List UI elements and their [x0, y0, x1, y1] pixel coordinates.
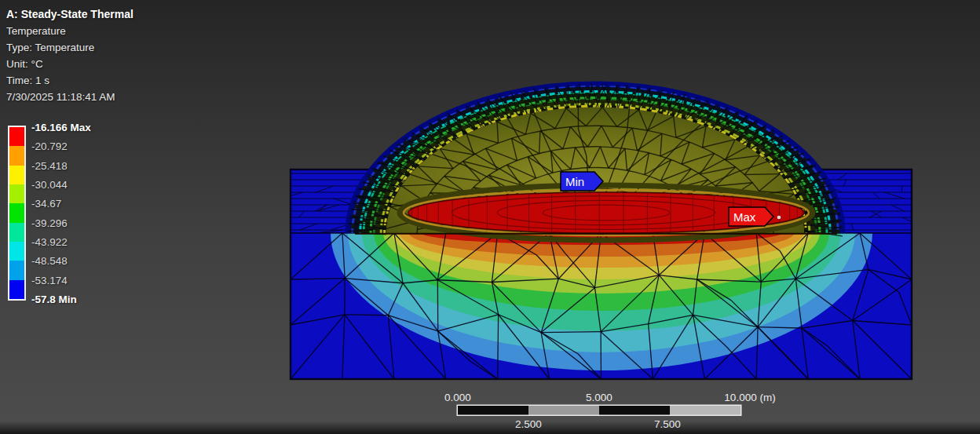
- legend-value-6: -43.922: [31, 236, 68, 248]
- legend-value-4: -34.67: [31, 198, 61, 210]
- legend-value-8: -53.174: [31, 275, 68, 286]
- legend-value-3: -30.044: [31, 179, 68, 191]
- legend-value-1: -20.792: [31, 140, 68, 152]
- legend-color-bar: [8, 126, 26, 301]
- ruler-segment-3: [670, 406, 740, 415]
- legend-band-4: [9, 203, 24, 222]
- legend-value-7: -48.548: [31, 255, 68, 267]
- result-unit: Unit: °C: [6, 56, 133, 72]
- legend-band-5: [9, 223, 24, 242]
- max-point-dot: [777, 216, 781, 220]
- ruler-label-0: 0.000: [444, 392, 471, 403]
- legend-band-3: [9, 184, 24, 203]
- ruler-label-10: 10.000 (m): [724, 392, 775, 403]
- legend-value-0: -16.166 Max: [31, 122, 91, 133]
- min-label: Min: [565, 175, 584, 188]
- ruler-segment-1: [528, 406, 599, 415]
- result-info-block: A: Steady-State Thermal Temperature Type…: [6, 6, 133, 105]
- legend-band-6: [9, 242, 24, 261]
- max-label: Max: [733, 210, 756, 224]
- result-name: Temperature: [6, 23, 133, 39]
- result-scene: MinMax0.0005.00010.000 (m)2.5007.500: [0, 0, 980, 434]
- max-marker: Max: [729, 207, 773, 226]
- result-type: Type: Temperature: [6, 39, 133, 56]
- ruler-label-7-5: 7.500: [654, 418, 681, 430]
- legend-band-7: [9, 261, 24, 279]
- ruler-label-2-5: 2.500: [515, 418, 542, 430]
- analysis-title: A: Steady-State Thermal: [6, 6, 133, 23]
- legend-band-0: [9, 127, 24, 146]
- ruler-label-5: 5.000: [586, 392, 612, 403]
- ruler-segment-0: [458, 406, 528, 415]
- legend-band-2: [9, 166, 24, 184]
- result-timestamp: 7/30/2025 11:18:41 AM: [6, 89, 133, 105]
- ansys-viewport: MinMax0.0005.00010.000 (m)2.5007.500 A: …: [0, 0, 980, 434]
- result-time: Time: 1 s: [6, 72, 133, 89]
- legend-value-2: -25.418: [31, 160, 68, 172]
- legend-band-8: [9, 280, 24, 299]
- scale-ruler: 0.0005.00010.000 (m)2.5007.500: [444, 392, 776, 430]
- min-marker: Min: [561, 172, 603, 191]
- legend-band-1: [9, 146, 24, 165]
- ruler-segment-2: [599, 406, 670, 415]
- legend-value-5: -39.296: [31, 217, 68, 229]
- legend-value-9: -57.8 Min: [31, 294, 77, 305]
